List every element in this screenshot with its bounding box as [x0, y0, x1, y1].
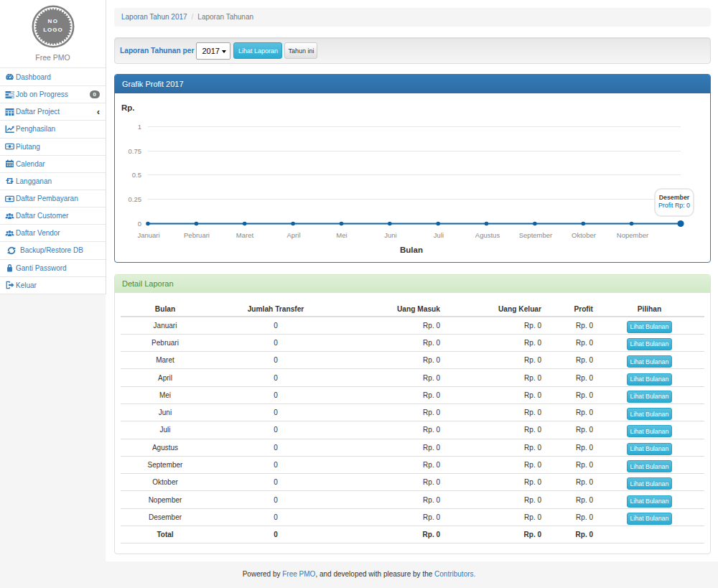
svg-text:Juni: Juni	[384, 231, 396, 239]
svg-text:September: September	[519, 231, 552, 239]
svg-text:0.75: 0.75	[129, 147, 142, 155]
svg-text:Mei: Mei	[336, 231, 347, 239]
svg-text:Agustus: Agustus	[475, 231, 500, 239]
svg-text:Nopember: Nopember	[617, 231, 648, 239]
svg-text:1: 1	[138, 123, 141, 131]
svg-text:0: 0	[138, 220, 141, 228]
svg-text:Oktober: Oktober	[572, 231, 596, 239]
svg-text:Rp.: Rp.	[121, 103, 135, 112]
svg-text:Juli: Juli	[434, 231, 444, 239]
svg-text:Maret: Maret	[236, 231, 254, 239]
svg-text:0.5: 0.5	[132, 171, 141, 179]
svg-text:LOGO: LOGO	[43, 27, 63, 33]
svg-text:0.25: 0.25	[129, 195, 142, 203]
svg-text:April: April	[286, 231, 300, 239]
svg-text:Bulan: Bulan	[400, 246, 423, 254]
svg-text:NO: NO	[47, 18, 58, 24]
svg-text:Pebruari: Pebruari	[184, 231, 210, 239]
svg-text:Januari: Januari	[137, 231, 159, 239]
